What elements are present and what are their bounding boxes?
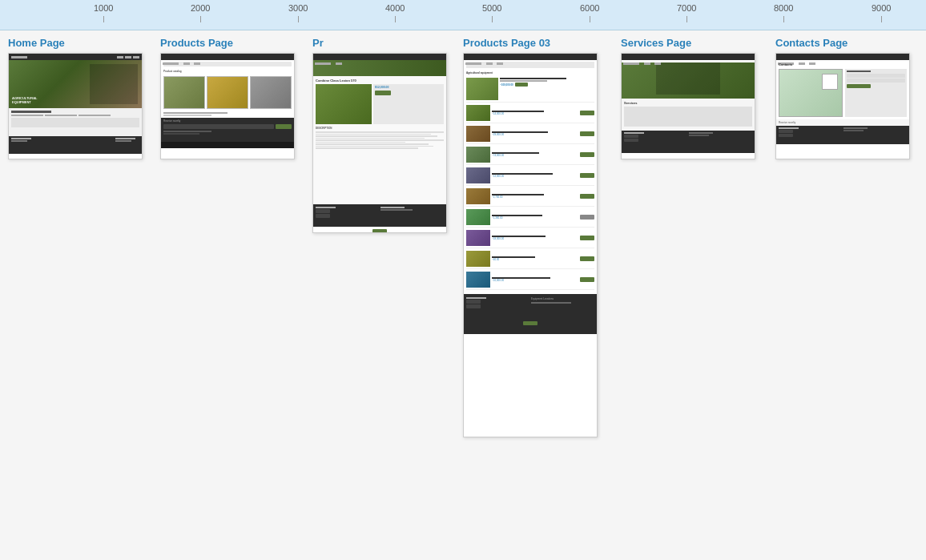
- ruler-tick-1000: 1000: [94, 0, 113, 22]
- pr-product-detail: Combine Class Lexion 570 $12,000.00 DESC…: [313, 76, 446, 204]
- ruler-tick-8000: 8000: [774, 0, 793, 22]
- p03-product-list: ~100,000.00 ~14,000.00: [464, 76, 597, 294]
- products-form: Receive novelty: [161, 118, 294, 142]
- list-item: ~10,000.00: [466, 272, 594, 290]
- contacts-footer: [776, 126, 909, 144]
- canvas: Home Page AGRICULTURALEQUIPMENT: [0, 30, 926, 560]
- products-footer-bottom: [161, 142, 294, 148]
- ruler: 1000 2000 3000 4000 5000 6000 7000 8000: [0, 0, 926, 30]
- services-content: Services: [622, 99, 755, 131]
- contacts-form: [845, 69, 908, 117]
- page-title-home: Home Page: [8, 37, 65, 49]
- page-card-pr[interactable]: Pr Combine Class Lexion 570 $12,000.00: [312, 37, 447, 233]
- products-nav-bar: [161, 54, 294, 60]
- services-footer: [622, 131, 755, 153]
- page-title-services: Services Page: [621, 37, 691, 49]
- contacts-nav-bar: [776, 54, 909, 60]
- page-title-contacts: Contacts Page: [775, 37, 847, 49]
- list-item: ~74,000.00: [466, 147, 594, 165]
- home-footer: [9, 136, 142, 154]
- list-item: ~100,000.00: [466, 78, 594, 103]
- page-title-pr: Pr: [312, 37, 324, 49]
- home-nav-bar: [9, 54, 142, 60]
- home-content: [9, 108, 142, 136]
- list-item: ~18,000.00: [466, 230, 594, 248]
- list-item: ~2,700.00: [466, 188, 594, 207]
- page-card-contacts[interactable]: Contacts Page Contacts: [775, 37, 910, 159]
- ruler-tick-6000: 6000: [580, 0, 599, 22]
- list-item: ~1,360.00: [466, 209, 594, 228]
- ruler-tick-9000: 9000: [872, 0, 891, 22]
- p03-nav-bar: [464, 54, 597, 60]
- products-grid: [161, 75, 294, 111]
- list-item: ~40.00: [466, 251, 594, 269]
- page-card-products[interactable]: Products Page Product catalog Receive no…: [160, 37, 295, 159]
- thumbnail-products[interactable]: Product catalog Receive novelty: [160, 53, 295, 159]
- list-item: ~12,000.00: [466, 167, 594, 186]
- thumbnail-products03[interactable]: Agricultural equipment ~100,000.00: [463, 53, 598, 437]
- thumbnail-services[interactable]: Services: [621, 53, 755, 159]
- pr-nav-bar: [313, 54, 446, 60]
- thumbnail-pr[interactable]: Combine Class Lexion 570 $12,000.00 DESC…: [312, 53, 447, 233]
- p03-footer: Equipment Locations: [464, 294, 597, 334]
- thumbnail-contacts[interactable]: Contacts: [775, 53, 910, 159]
- ruler-tick-3000: 3000: [288, 0, 308, 22]
- ruler-tick-2000: 2000: [191, 0, 210, 22]
- page-card-services[interactable]: Services Page Services: [621, 37, 755, 159]
- list-item: ~29,000.00: [466, 126, 594, 144]
- services-hero: [622, 62, 755, 99]
- ruler-tick-7000: 7000: [677, 0, 696, 22]
- services-nav-bar: [622, 54, 755, 60]
- pr-footer: [313, 204, 446, 227]
- thumbnail-home[interactable]: AGRICULTURALEQUIPMENT: [8, 53, 143, 159]
- page-card-home[interactable]: Home Page AGRICULTURALEQUIPMENT: [8, 37, 143, 159]
- home-hero: AGRICULTURALEQUIPMENT: [9, 60, 142, 108]
- ruler-marks: 1000 2000 3000 4000 5000 6000 7000 8000: [0, 0, 926, 30]
- ruler-tick-5000: 5000: [482, 0, 501, 22]
- page-title-products: Products Page: [160, 37, 233, 49]
- contacts-map: [779, 69, 843, 117]
- page-title-products03: Products Page 03: [463, 37, 550, 49]
- page-card-products03[interactable]: Products Page 03 Agricultural equipment: [463, 37, 598, 437]
- list-item: ~14,000.00: [466, 105, 594, 123]
- ruler-tick-4000: 4000: [385, 0, 405, 22]
